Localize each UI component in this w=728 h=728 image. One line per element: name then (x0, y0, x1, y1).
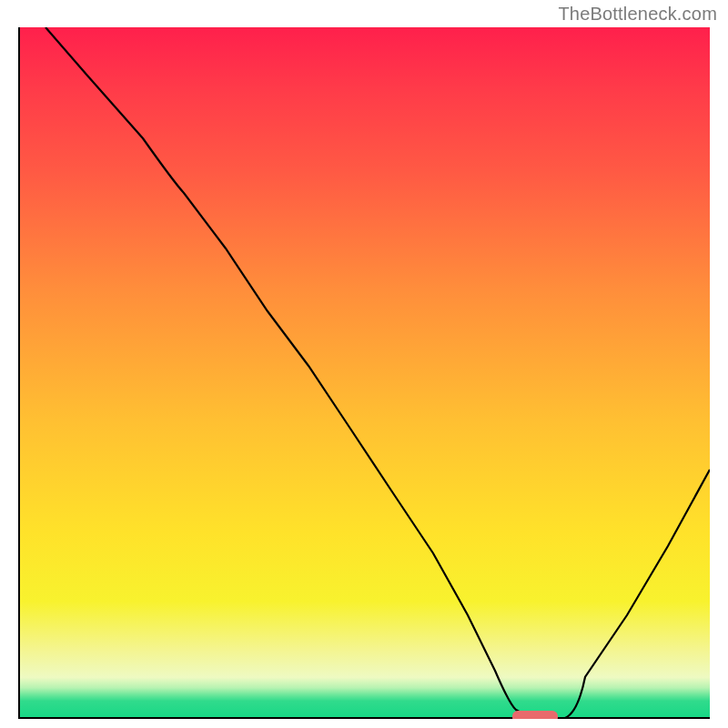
chart-container: TheBottleneck.com (0, 0, 728, 728)
attribution-label: TheBottleneck.com (558, 4, 717, 25)
bottleneck-chart (18, 27, 710, 719)
optimal-marker (512, 711, 558, 719)
